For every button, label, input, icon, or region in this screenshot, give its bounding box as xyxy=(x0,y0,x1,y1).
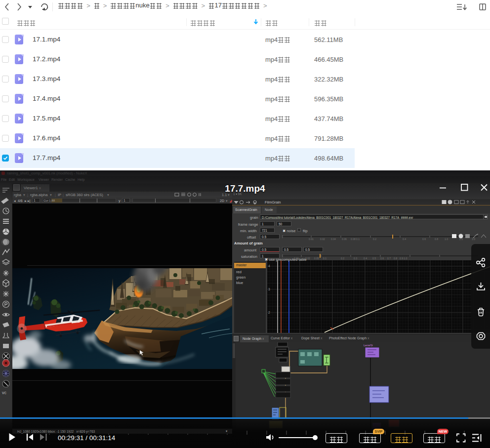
svg-text:0.01: 0.01 xyxy=(309,238,314,241)
svg-text:0.5: 0.5 xyxy=(372,257,376,260)
svg-text:1.0: 1.0 xyxy=(445,238,448,241)
svg-text:0.4: 0.4 xyxy=(403,238,406,241)
svg-text:0.2: 0.2 xyxy=(341,257,344,260)
svg-text:0.4: 0.4 xyxy=(364,257,367,260)
svg-text:0.1: 0.1 xyxy=(323,257,327,260)
svg-text:0.08 0.1: 0.08 0.1 xyxy=(351,238,360,241)
svg-text:0.2: 0.2 xyxy=(373,238,376,241)
svg-text:0.9 1.0: 0.9 1.0 xyxy=(400,257,408,260)
svg-text:0.05: 0.05 xyxy=(314,257,319,260)
svg-text:0.8: 0.8 xyxy=(435,238,438,241)
svg-text:0.6: 0.6 xyxy=(422,238,426,241)
svg-text:4: 4 xyxy=(268,264,270,268)
svg-text:vc: vc xyxy=(2,390,7,395)
svg-text:0.7: 0.7 xyxy=(387,257,391,260)
svg-text:0.04: 0.04 xyxy=(331,238,336,241)
svg-text:0.3: 0.3 xyxy=(354,257,357,260)
svg-text:2: 2 xyxy=(268,311,270,314)
svg-text:0.06: 0.06 xyxy=(342,238,347,241)
svg-text:0.6: 0.6 xyxy=(380,257,384,260)
svg-text:0.02: 0.02 xyxy=(320,238,325,241)
svg-text:3: 3 xyxy=(268,287,270,291)
svg-text:0.8: 0.8 xyxy=(394,257,397,260)
svg-text:LensDi: LensDi xyxy=(364,344,373,347)
